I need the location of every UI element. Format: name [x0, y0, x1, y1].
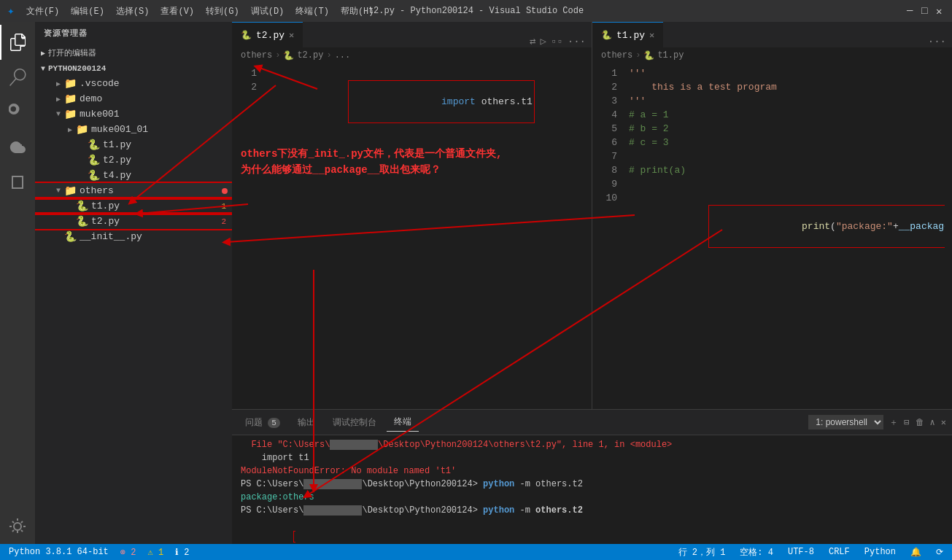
menu-select[interactable]: 选择(S) — [112, 4, 154, 19]
terminal-close-icon[interactable]: ✕ — [941, 417, 946, 428]
terminal-tab-output[interactable]: 输出 — [290, 413, 322, 432]
sidebar-item-init[interactable]: ▶ 🐍 __init__.py — [35, 229, 232, 244]
breadcrumb-right: others › 🐍 t1.py — [592, 47, 952, 63]
project-section[interactable]: ▼ PYTHON200124 — [35, 61, 232, 76]
line-numbers-left: 1 2 — [232, 63, 263, 409]
bc-python-icon-r: 🐍 — [643, 50, 654, 61]
terminal-collapse-icon[interactable]: ∧ — [930, 417, 935, 428]
activity-explorer[interactable] — [0, 25, 35, 60]
editor-split: 🐍 t2.py ✕ ⇄ ▷ ▫▫ ··· others › 🐍 — [232, 22, 952, 409]
menu-edit[interactable]: 编辑(E) — [66, 4, 109, 19]
code-area-left[interactable]: import others.t1 — [263, 63, 584, 409]
terminal-line-1: File "C:\Users\ \Desktop\Python200124\ot… — [241, 438, 943, 451]
code-line-5-right: # b = 2 — [629, 122, 945, 136]
statusbar-left: Python 3.8.1 64-bit ⊗ 2 ⚠ 1 ℹ 2 — [6, 547, 193, 558]
terminal-add-icon[interactable]: ＋ — [889, 416, 898, 429]
warnings-status[interactable]: ⚠ 1 — [144, 547, 166, 558]
scrollbar-left[interactable] — [584, 63, 592, 409]
code-line-2-right: this is a test program — [629, 80, 945, 94]
info-status[interactable]: ℹ 2 — [172, 547, 192, 558]
run-icon[interactable]: ▷ — [541, 35, 546, 47]
close-button[interactable]: ✕ — [936, 7, 945, 15]
activity-bar — [0, 22, 35, 544]
tab-t2py-left[interactable]: 🐍 t2.py ✕ — [232, 22, 303, 47]
titlebar: ✦ 文件(F) 编辑(E) 选择(S) 查看(V) 转到(G) 调试(D) 终端… — [0, 0, 952, 22]
activity-extensions[interactable] — [0, 165, 35, 200]
sidebar-item-others[interactable]: ▼ 📁 others — [35, 183, 232, 198]
language-status[interactable]: Python — [862, 547, 899, 557]
statusbar: Python 3.8.1 64-bit ⊗ 2 ⚠ 1 ℹ 2 行 2，列 1 … — [0, 544, 952, 560]
terminal-line-5: package:others — [241, 491, 943, 504]
bell-status[interactable]: 🔔 — [908, 547, 924, 558]
layout-icon[interactable]: ▫▫ — [551, 36, 563, 47]
terminal-tab-debug[interactable]: 调试控制台 — [325, 413, 384, 432]
scrollbar-right[interactable] — [945, 63, 952, 409]
split-icon[interactable]: ⇄ — [530, 35, 535, 47]
code-line-9-right — [629, 177, 945, 191]
code-line-1-right: ''' — [629, 66, 945, 80]
maximize-button[interactable]: □ — [921, 7, 930, 15]
vscode-logo: ✦ — [7, 4, 15, 18]
sidebar-item-muke-t2[interactable]: ▶ 🐍 t2.py — [35, 152, 232, 168]
menu-terminal[interactable]: 终端(T) — [291, 4, 333, 19]
menu-view[interactable]: 查看(V) — [156, 4, 198, 19]
line-ending-status[interactable]: CRLF — [826, 547, 853, 557]
tab-close-left[interactable]: ✕ — [289, 30, 294, 41]
sidebar-header: 资源管理器 — [35, 22, 232, 44]
bc-python-icon: 🐍 — [283, 50, 294, 61]
activity-debug[interactable] — [0, 130, 35, 165]
sidebar-item-vscode[interactable]: ▶ 📁 .vscode — [35, 76, 232, 91]
encoding-status[interactable]: UTF-8 — [785, 547, 817, 557]
cursor-position-status[interactable]: 行 2，列 1 — [676, 546, 729, 559]
sidebar-item-others-t1[interactable]: ▶ 🐍 t1.py 1 — [35, 198, 232, 214]
sidebar-item-others-t2[interactable]: ▶ 🐍 t2.py 2 — [35, 214, 232, 229]
terminal-line-6: PS C:\Users\ \Desktop\Python200124> pyth… — [241, 504, 943, 517]
activity-search[interactable] — [0, 60, 35, 95]
tab-close-right[interactable]: ✕ — [649, 30, 654, 41]
bc-t2py: t2.py — [297, 50, 323, 61]
python-version-status[interactable]: Python 3.8.1 64-bit — [6, 547, 112, 557]
terminal-shell-select[interactable]: 1: powershell — [808, 415, 883, 429]
editor-content-left: 1 2 import others.t1 — [232, 63, 592, 409]
code-area-right[interactable]: ''' this is a test program ''' # a = 1 #… — [623, 63, 945, 409]
tab-t1py-right[interactable]: 🐍 t1.py ✕ — [592, 22, 663, 47]
minimize-button[interactable]: ─ — [907, 7, 916, 15]
editor-actions-right: ··· — [922, 36, 952, 47]
menu-debug[interactable]: 调试(D) — [247, 4, 289, 19]
open-editors-section[interactable]: ▶ 打开的编辑器 — [35, 44, 232, 61]
sync-status[interactable]: ⟳ — [933, 547, 946, 558]
sidebar-item-demo[interactable]: ▶ 📁 demo — [35, 91, 232, 106]
code-line-8-right: # print(a) — [629, 163, 945, 177]
line-numbers-right: 1 2 3 4 5 6 7 8 9 10 — [592, 63, 623, 409]
window-title: t2.py - Python200124 - Visual Studio Cod… — [368, 6, 584, 16]
menu-bar: 文件(F) 编辑(E) 选择(S) 查看(V) 转到(G) 调试(D) 终端(T… — [22, 4, 379, 19]
more-icon-right[interactable]: ··· — [928, 36, 946, 47]
tab-bar-right: 🐍 t1.py ✕ ··· — [592, 22, 952, 47]
sidebar-item-muke-t1[interactable]: ▶ 🐍 t1.py — [35, 137, 232, 152]
editor-area: 🐍 t2.py ✕ ⇄ ▷ ▫▫ ··· others › 🐍 — [232, 22, 952, 544]
terminal-tab-terminal[interactable]: 终端 — [387, 413, 419, 432]
sidebar-item-muke001-01[interactable]: ▶ 📁 muke001_01 — [35, 122, 232, 137]
code-line-1-left: import others.t1 — [268, 66, 584, 80]
spaces-status[interactable]: 空格: 4 — [737, 546, 776, 559]
editor-pane-right: 🐍 t1.py ✕ ··· others › 🐍 t1.py — [592, 22, 952, 409]
sidebar-item-muke-t4[interactable]: ▶ 🐍 t4.py — [35, 168, 232, 183]
terminal-split-icon[interactable]: ⊟ — [904, 417, 909, 428]
menu-file[interactable]: 文件(F) — [22, 4, 64, 19]
terminal-line-4: PS C:\Users\ \Desktop\Python200124> pyth… — [241, 478, 943, 491]
more-icon[interactable]: ··· — [568, 36, 586, 47]
terminal-trash-icon[interactable]: 🗑 — [916, 417, 924, 428]
errors-status[interactable]: ⊗ 2 — [117, 547, 139, 558]
terminal-area: 问题 5 输出 调试控制台 终端 1: powershell ＋ ⊟ 🗑 ∧ ✕… — [232, 409, 952, 544]
activity-source-control[interactable] — [0, 95, 35, 130]
editor-actions-left: ⇄ ▷ ▫▫ ··· — [524, 35, 592, 47]
terminal-line-2: import t1 — [241, 451, 943, 464]
terminal-tab-problems[interactable]: 问题 5 — [238, 413, 287, 432]
bc-dots: ... — [335, 50, 351, 61]
statusbar-right: 行 2，列 1 空格: 4 UTF-8 CRLF Python 🔔 ⟳ — [676, 546, 946, 559]
sidebar-item-muke001[interactable]: ▼ 📁 muke001 — [35, 106, 232, 122]
terminal-line-3: ModuleNotFoundError: No module named 't1… — [241, 464, 943, 478]
bc-t1py: t1.py — [657, 50, 684, 61]
menu-goto[interactable]: 转到(G) — [201, 4, 244, 19]
activity-settings[interactable] — [0, 509, 35, 544]
